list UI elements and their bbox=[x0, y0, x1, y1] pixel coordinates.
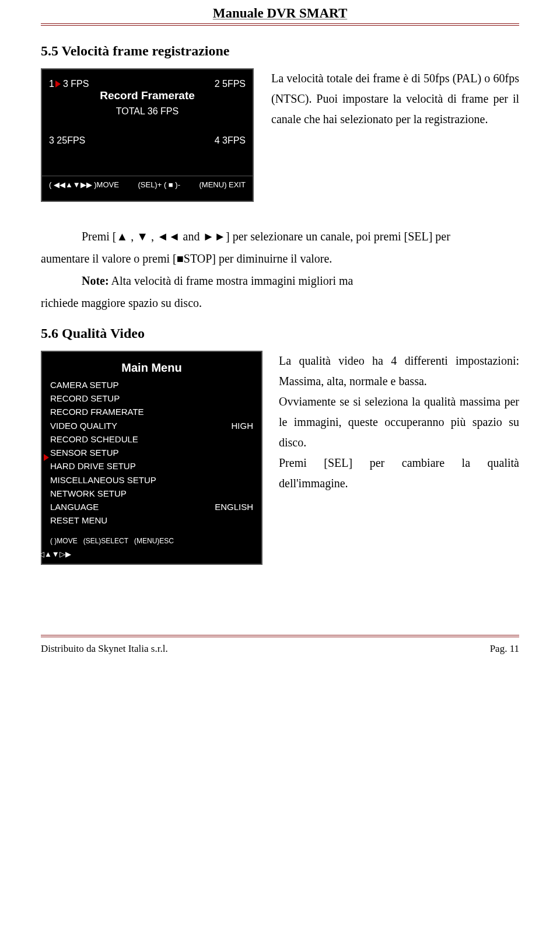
footer-left: Distribuito da Skynet Italia s.r.l. bbox=[41, 643, 168, 655]
osd-record-framerate: 13 FPS 2 5FPS Record Framerate TOTAL 36 … bbox=[41, 68, 254, 202]
osd-ch1: 13 FPS bbox=[49, 78, 89, 90]
menu-item: SENSOR SETUP bbox=[50, 446, 253, 459]
hint-move: ( ◀◀▲▼▶▶ )MOVE bbox=[49, 180, 119, 190]
heading-5-5: 5.5 Velocità frame registrazione bbox=[41, 43, 519, 59]
osd-ch4: 4 3FPS bbox=[215, 134, 246, 147]
menu-hint-esc: (MENU)ESC bbox=[134, 536, 174, 547]
menu-cursor-icon bbox=[44, 454, 49, 461]
page-footer: Distribuito da Skynet Italia s.r.l. Pag.… bbox=[41, 635, 519, 655]
menu-hint-select: (SEL)SELECT bbox=[83, 536, 128, 547]
hint-sel: (SEL)+ ( ■ )- bbox=[138, 180, 180, 190]
para-5-6: La qualità video ha 4 differenti imposta… bbox=[279, 351, 519, 565]
note-label: Note: bbox=[82, 274, 109, 287]
play-icon bbox=[55, 81, 61, 88]
doc-header: Manuale DVR SMART bbox=[41, 0, 519, 26]
para-5-5-intro: La velocità totale dei frame è di 50fps … bbox=[271, 68, 519, 202]
menu-item: RECORD SCHEDULE bbox=[50, 432, 253, 446]
footer-right: Pag. 11 bbox=[490, 643, 519, 655]
osd-main-menu: Main Menu CAMERA SETUPRECORD SETUPRECORD… bbox=[41, 351, 262, 565]
menu-item: VIDEO QUALITYHIGH bbox=[50, 419, 253, 432]
para-5-5-instructions: Premi [▲ , ▼ , ◄◄ and ►►] per selezionar… bbox=[41, 225, 519, 314]
menu-item: HARD DRIVE SETUP bbox=[50, 459, 253, 473]
heading-5-6: 5.6 Qualità Video bbox=[41, 326, 519, 341]
osd-ch3: 3 25FPS bbox=[49, 134, 85, 147]
menu-item: RESET MENU bbox=[50, 514, 253, 527]
chevron-icon: ◀◁▲▼▷▶ bbox=[33, 549, 253, 560]
menu-title: Main Menu bbox=[50, 359, 253, 377]
menu-item: NETWORK SETUP bbox=[50, 487, 253, 500]
menu-item: MISCELLANEOUS SETUP bbox=[50, 473, 253, 487]
menu-item: RECORD SETUP bbox=[50, 392, 253, 405]
menu-item: LANGUAGEENGLISH bbox=[50, 500, 253, 514]
menu-hint-move: ( )MOVE bbox=[50, 536, 78, 547]
osd-ch2: 2 5FPS bbox=[215, 78, 246, 90]
menu-item: CAMERA SETUP bbox=[50, 378, 253, 392]
menu-item: RECORD FRAMERATE bbox=[50, 405, 253, 418]
osd-total: TOTAL 36 FPS bbox=[49, 105, 246, 118]
hint-exit: (MENU) EXIT bbox=[200, 180, 246, 190]
